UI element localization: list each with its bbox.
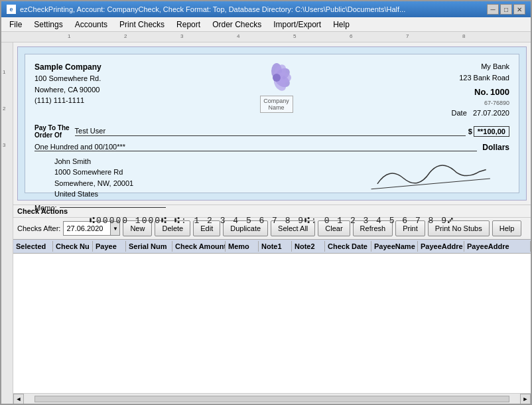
- maximize-button[interactable]: □: [500, 4, 512, 15]
- svg-line-7: [371, 179, 490, 189]
- menu-bar: File Settings Accounts Print Checks Repo…: [1, 17, 531, 32]
- top-ruler: 1 2 3 4 5 6 7 8: [1, 32, 531, 42]
- bank-addr: 123 Bank Road: [452, 72, 509, 84]
- main-content: 1 2 3 Sample Company 100 Somewhere Rd. N…: [1, 42, 531, 404]
- window-title: ezCheckPrinting, Account: CompanyCheck, …: [20, 5, 405, 13]
- checks-after-label: Checks After:: [17, 224, 60, 232]
- addr-line4: United States: [54, 189, 133, 200]
- svg-point-6: [273, 74, 281, 82]
- check-middle: John Smith 1000 Somewhere Rd Somewhere, …: [34, 156, 509, 200]
- addr-line1: John Smith: [54, 156, 133, 167]
- memo-underline: [60, 207, 166, 208]
- bank-info: My Bank 123 Bank Road No. 1000 67-76890 …: [452, 61, 509, 119]
- menu-accounts[interactable]: Accounts: [70, 19, 113, 31]
- menu-help[interactable]: Help: [328, 19, 355, 31]
- app-icon: e: [7, 5, 16, 14]
- table-header: Selected Check Nu Payee Serial Num Check…: [13, 239, 531, 254]
- col-selected: Selected: [13, 241, 53, 252]
- minimize-button[interactable]: ─: [487, 4, 499, 15]
- col-memo: Memo: [226, 241, 259, 252]
- dollar-sign: $: [468, 127, 472, 135]
- company-info: Sample Company 100 Somewhere Rd. Nowhere…: [34, 61, 101, 106]
- main-window: e ezCheckPrinting, Account: CompanyCheck…: [0, 0, 532, 405]
- micr-line: ⑆00000 1000⑆ ⑆: 1 2 3 4 5 6 7 8 9⑆: 0 1 …: [34, 216, 509, 226]
- date-label: Date: [452, 109, 467, 117]
- signature-area: [364, 156, 496, 200]
- menu-file[interactable]: File: [4, 19, 27, 31]
- bank-name: My Bank: [452, 61, 509, 72]
- ruler-mark-3: 3: [180, 33, 183, 39]
- col-note1: Note1: [259, 241, 292, 252]
- left-ruler-1: 1: [3, 69, 5, 75]
- check-preview: Sample Company 100 Somewhere Rd. Nowhere…: [17, 46, 527, 201]
- menu-order-checks[interactable]: Order Checks: [207, 19, 267, 31]
- pay-to-label: Pay To TheOrder Of: [34, 124, 70, 139]
- col-check-date: Check Date: [325, 241, 371, 252]
- title-bar-left: e ezCheckPrinting, Account: CompanyCheck…: [7, 5, 405, 14]
- addr-line2: 1000 Somewhere Rd: [54, 167, 133, 178]
- signature-image: [362, 150, 498, 199]
- table-body: [13, 254, 531, 393]
- address-block: John Smith 1000 Somewhere Rd Somewhere, …: [54, 156, 133, 200]
- col-payee-addr2: PayeeAddre: [464, 241, 531, 252]
- menu-settings[interactable]: Settings: [29, 19, 68, 31]
- col-check-amount: Check Amount: [172, 241, 226, 252]
- title-bar: e ezCheckPrinting, Account: CompanyCheck…: [1, 1, 531, 17]
- col-payee-addr1: PayeeAddre: [418, 241, 464, 252]
- amount-words-line: One Hundred and 00/100*** Dollars: [34, 143, 509, 152]
- ruler-mark-7: 7: [406, 33, 409, 39]
- check-no: 1000: [490, 87, 509, 97]
- menu-import-export[interactable]: Import/Export: [268, 19, 326, 31]
- scroll-left-button[interactable]: ◄: [13, 394, 24, 404]
- check-header: Sample Company 100 Somewhere Rd. Nowhere…: [34, 61, 509, 119]
- title-controls: ─ □ ✕: [487, 4, 525, 15]
- company-addr2: Nowhere, CA 90000: [34, 84, 101, 96]
- ruler-mark-1: 1: [68, 33, 70, 39]
- check-body: Sample Company 100 Somewhere Rd. Nowhere…: [25, 54, 519, 193]
- check-no-label: No.: [474, 87, 488, 97]
- company-addr1: 100 Somewhere Rd.: [34, 73, 101, 84]
- left-ruler-3: 3: [3, 142, 5, 148]
- check-amount: **100,00: [474, 126, 509, 137]
- memo-line: Memo:: [34, 204, 509, 212]
- ruler-mark-8: 8: [462, 33, 465, 39]
- left-ruler: 1 2 3: [1, 42, 13, 404]
- check-date: Date 27.07.2020: [452, 108, 509, 119]
- col-serial-num: Serial Num: [126, 241, 172, 252]
- col-payee-name: PayeeName: [371, 241, 418, 252]
- col-check-num: Check Nu: [53, 241, 93, 252]
- amount-words-text: One Hundred and 00/100***: [34, 143, 477, 151]
- payee-line: Pay To TheOrder Of Test User $ **100,00: [34, 124, 509, 139]
- payee-name: Test User: [75, 127, 466, 136]
- menu-report[interactable]: Report: [171, 19, 206, 31]
- company-phone: (111) 111-1111: [34, 95, 101, 106]
- signature-svg: [362, 150, 498, 195]
- date-value: 27.07.2020: [473, 109, 509, 117]
- menu-print-checks[interactable]: Print Checks: [114, 19, 170, 31]
- left-ruler-2: 2: [3, 106, 5, 112]
- close-button[interactable]: ✕: [513, 4, 525, 15]
- ruler-mark-4: 4: [237, 33, 239, 39]
- ruler-mark-2: 2: [124, 33, 127, 39]
- addr-line3: Somewhere, NW, 20001: [54, 178, 133, 189]
- bottom-scrollbar[interactable]: ◄ ►: [13, 393, 531, 404]
- memo-label: Memo:: [34, 204, 57, 212]
- content-area: Sample Company 100 Somewhere Rd. Nowhere…: [13, 42, 531, 404]
- scroll-right-button[interactable]: ►: [520, 394, 531, 404]
- col-payee: Payee: [93, 241, 126, 252]
- ruler-mark-5: 5: [293, 33, 296, 39]
- logo-text: CompanyName: [260, 96, 293, 113]
- col-note2: Note2: [292, 241, 325, 252]
- ruler-mark-6: 6: [350, 33, 352, 39]
- logo-area: CompanyName: [260, 61, 293, 113]
- company-name: Sample Company: [34, 61, 101, 73]
- company-logo: [260, 61, 293, 94]
- scroll-track[interactable]: [34, 396, 509, 402]
- routing-small: 67-76890: [452, 99, 509, 108]
